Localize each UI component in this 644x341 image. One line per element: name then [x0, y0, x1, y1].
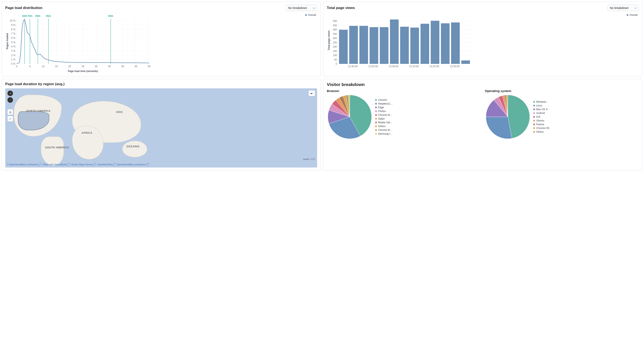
legend-item[interactable]: Edge: [375, 106, 393, 109]
legend-item[interactable]: Ubuntu: [533, 119, 549, 122]
svg-text:13:00:00: 13:00:00: [389, 65, 398, 68]
panel-visitor-breakdown: Visitor breakdown Browser ChromeHeadless…: [323, 79, 642, 171]
svg-rect-86: [420, 24, 429, 64]
legend-item[interactable]: Others: [533, 130, 549, 133]
legend-item[interactable]: Mac OS X: [533, 108, 549, 111]
breakdown-select-page-views[interactable]: No breakdown: [608, 5, 639, 11]
page-load-dist-chart: Overall 0 %1 %2 %3 %4 %5 %6 %7 %8 %9 %10…: [5, 13, 317, 73]
svg-text:0: 0: [16, 65, 18, 68]
svg-text:100: 100: [333, 54, 337, 57]
svg-text:20: 20: [68, 65, 71, 68]
legend-item[interactable]: Chrome M…: [375, 114, 393, 116]
legend-item[interactable]: Android: [533, 112, 549, 115]
svg-rect-82: [380, 27, 388, 64]
svg-text:8 %: 8 %: [11, 28, 16, 31]
world-map[interactable]: ＋ － ◎ ⤢ ⇤ NORTH AMERICA SOUTH AMERICA AF…: [5, 88, 317, 168]
legend-item[interactable]: Chrome: [375, 99, 393, 101]
legend-item[interactable]: Linux: [533, 104, 549, 107]
legend-overall: Overall: [305, 14, 316, 17]
browser-pie-chart: [327, 94, 373, 140]
legend-item[interactable]: Mobile Saf…: [375, 121, 393, 124]
svg-text:2 %: 2 %: [11, 54, 16, 57]
external-link-icon: [113, 163, 115, 165]
legend-item[interactable]: Chrome OS: [533, 127, 549, 130]
total-page-views-title: Total page views: [327, 6, 355, 10]
svg-text:200: 200: [333, 45, 337, 48]
fullscreen-button[interactable]: ⤢: [8, 116, 13, 121]
svg-text:9 %: 9 %: [11, 24, 16, 27]
breakdown-select-value: No breakdown: [288, 6, 307, 10]
map-attribution: © OpenStreetMap contributors , Made with…: [7, 163, 315, 166]
svg-text:400: 400: [333, 28, 337, 31]
panel-region-map: Page load duration by region (avg.) ＋ － …: [2, 79, 321, 171]
svg-text:35: 35: [108, 65, 111, 68]
svg-text:Total page views: Total page views: [328, 31, 330, 50]
svg-text:40: 40: [121, 65, 124, 68]
continent-label-na: NORTH AMERICA: [26, 109, 51, 113]
svg-text:12:40:00: 12:40:00: [348, 65, 358, 68]
svg-text:0 %: 0 %: [11, 62, 16, 65]
external-link-icon: [39, 163, 41, 165]
legend-item[interactable]: Safari: [375, 117, 393, 120]
legend-item[interactable]: Others: [375, 125, 393, 128]
attrib-ems-link[interactable]: Elastic Maps Service: [72, 163, 96, 166]
legend-item[interactable]: Windows: [533, 100, 549, 103]
zoom-in-button[interactable]: ＋: [8, 91, 13, 96]
svg-rect-85: [410, 28, 419, 64]
os-pie-title: Operating system: [485, 89, 639, 93]
svg-text:250: 250: [333, 41, 337, 44]
svg-text:350: 350: [333, 33, 337, 36]
legend-item[interactable]: HeadlessC…: [375, 102, 393, 105]
svg-rect-79: [349, 26, 358, 64]
legend-item[interactable]: Fedora: [533, 123, 549, 126]
browser-pie-legend: ChromeHeadlessC…EdgeFirefoxChrome M…Safa…: [375, 98, 393, 136]
zoom-indicator: zoom: 0.55: [303, 158, 315, 160]
attrib-osm-link[interactable]: © OpenStreetMap contributors: [7, 163, 42, 166]
map-legend-toggle[interactable]: ⇤: [309, 91, 315, 96]
svg-text:12:50:00: 12:50:00: [368, 65, 378, 68]
legend-item[interactable]: Chrome M…: [375, 129, 393, 132]
svg-text:0: 0: [336, 62, 337, 65]
legend-item[interactable]: Samsung I…: [375, 132, 393, 135]
svg-text:45: 45: [134, 65, 138, 68]
legend-item[interactable]: Firefox: [375, 110, 393, 113]
svg-text:450: 450: [333, 24, 337, 27]
svg-rect-89: [451, 23, 460, 64]
svg-text:500: 500: [333, 20, 337, 23]
locate-button[interactable]: ◎: [8, 109, 13, 115]
attrib-ne-link[interactable]: Made with NaturalEarth: [43, 163, 70, 166]
svg-text:7 %: 7 %: [11, 32, 16, 35]
svg-text:10 %: 10 %: [10, 19, 16, 22]
svg-rect-83: [390, 20, 399, 64]
svg-text:6 %: 6 %: [11, 37, 16, 40]
svg-text:99th: 99th: [108, 15, 114, 18]
continent-label-as: ASIA: [116, 110, 123, 114]
zoom-out-button[interactable]: －: [8, 97, 13, 103]
svg-text:30: 30: [95, 65, 98, 68]
browser-pie-title: Browser: [327, 89, 481, 93]
region-map-title: Page load duration by region (avg.): [5, 82, 317, 86]
svg-text:50: 50: [334, 58, 337, 61]
svg-text:13:30:00: 13:30:00: [450, 65, 460, 68]
svg-text:75th: 75th: [27, 15, 32, 18]
svg-text:13:20:00: 13:20:00: [430, 65, 439, 68]
external-link-icon: [147, 163, 149, 165]
svg-rect-90: [461, 61, 470, 64]
svg-rect-87: [431, 21, 440, 64]
svg-rect-84: [400, 27, 409, 64]
attrib-omt-link[interactable]: OpenMapTiles: [98, 163, 116, 166]
svg-text:90th: 90th: [35, 15, 40, 18]
breakdown-select-value: No breakdown: [610, 6, 628, 10]
svg-text:5 %: 5 %: [11, 41, 16, 44]
attrib-osm2-link[interactable]: OpenStreetMap contributors: [117, 163, 149, 166]
svg-text:50: 50: [148, 65, 150, 68]
svg-text:300: 300: [333, 37, 337, 40]
panel-total-page-views: Total page views No breakdown Overall 05…: [323, 2, 642, 76]
os-pie-legend: WindowsLinuxMac OS XAndroidiOSUbuntuFedo…: [533, 100, 549, 134]
svg-rect-88: [441, 23, 450, 64]
svg-rect-81: [370, 27, 378, 64]
svg-text:10: 10: [42, 65, 45, 68]
legend-item[interactable]: iOS: [533, 115, 549, 118]
svg-text:150: 150: [333, 50, 337, 53]
breakdown-select-page-load[interactable]: No breakdown: [286, 5, 317, 11]
